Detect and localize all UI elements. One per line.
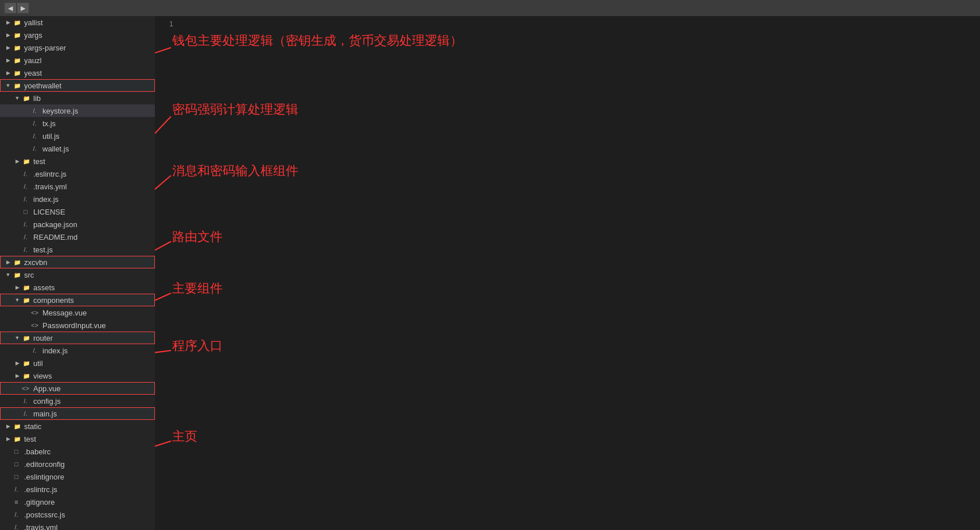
config-file-icon: /. [22,182,31,191]
sidebar-item-eslintrc-js-root[interactable]: ▶ /. .eslintrc.js [0,483,155,496]
sidebar-item-yauzl[interactable]: ▶ 📁 yauzl [0,54,155,67]
sidebar-item-label: lib [33,94,41,103]
arrow-icon: ▶ [14,372,21,379]
js-file-icon: /. [31,119,40,128]
sidebar-item-readme-md[interactable]: ▶ /. README.md [0,231,155,243]
sidebar-item-label: yoethwallet [24,81,61,90]
sidebar-item-yoethwallet[interactable]: ▼ 📁 yoethwallet [0,79,155,92]
sidebar-item-yargs-parser[interactable]: ▶ 📁 yargs-parser [0,41,155,54]
arrow-icon: ▶ [14,284,21,291]
svg-line-5 [155,293,171,343]
sidebar-item-label: yallist [24,18,43,27]
sidebar-item-license[interactable]: ▶ □ LICENSE [0,205,155,218]
sidebar-item-passwordinput-vue[interactable]: ▶ <> PasswordInput.vue [0,319,155,332]
svg-line-6 [155,350,171,365]
sidebar-item-eslintrc-js[interactable]: ▶ /. .eslintrc.js [0,167,155,180]
sidebar-item-index-js-yoeth[interactable]: ▶ /. index.js [0,193,155,205]
sidebar-item-yargs[interactable]: ▶ 📁 yargs [0,29,155,41]
folder-icon: 📁 [13,422,22,431]
sidebar-item-label: .editorconfig [24,460,65,469]
folder-icon: 📁 [22,295,31,305]
vue-file-icon: <> [31,308,40,317]
js-file-icon: /. [13,485,22,494]
sidebar-item-label: keystore.js [42,107,78,115]
file-icon: □ [13,459,22,469]
sidebar-item-gitignore[interactable]: ▶ ≡ .gitignore [0,496,155,508]
sidebar-item-lib[interactable]: ▼ 📁 lib [0,92,155,104]
js-file-icon: /. [31,106,40,115]
sidebar-item-label: yeast [24,69,42,77]
sidebar-item-router[interactable]: ▼ 📁 router [0,332,155,344]
js-file-icon: /. [22,169,31,178]
sidebar-item-label: .travis.yml [33,182,67,191]
sidebar-item-label: config.js [33,397,61,406]
sidebar-item-yeast[interactable]: ▶ 📁 yeast [0,67,155,79]
toolbar: ◀ ▶ [0,0,980,16]
back-button[interactable]: ◀ [5,3,16,13]
annotation-text-1: 钱包主要处理逻辑（密钥生成，货币交易处理逻辑） [172,32,462,49]
sidebar-item-babelrc[interactable]: ▶ □ .babelrc [0,445,155,458]
line-numbers: 1 [155,16,178,29]
sidebar-item-wallet-js[interactable]: ▶ /. wallet.js [0,142,155,155]
arrow-icon: ▼ [5,271,11,278]
sidebar-item-label: util.js [42,132,60,141]
sidebar-item-message-vue[interactable]: ▶ <> Message.vue [0,306,155,319]
annotation-text-5: 主要组件 [172,280,223,297]
sidebar-item-app-vue[interactable]: ▶ <> App.vue [0,382,155,395]
sidebar-item-label: assets [33,283,55,292]
sidebar-item-util[interactable]: ▶ 📁 util [0,357,155,369]
sidebar-item-label: router [33,334,53,342]
sidebar-item-src[interactable]: ▼ 📁 src [0,268,155,281]
sidebar-item-views[interactable]: ▶ 📁 views [0,369,155,382]
sidebar-item-components[interactable]: ▼ 📁 components [0,294,155,306]
arrow-icon: ▼ [5,82,11,89]
arrow-icon: ▶ [5,259,11,266]
folder-icon: 📁 [13,56,22,65]
sidebar-item-tx-js[interactable]: ▶ /. tx.js [0,117,155,130]
sidebar-item-label: .travis.yml [24,523,58,531]
sidebar-item-travis-yml-root[interactable]: ▶ /. .travis.yml [0,521,155,530]
sidebar-item-eslintignore[interactable]: ▶ □ .eslintignore [0,470,155,483]
sidebar-item-test-root[interactable]: ▶ 📁 test [0,432,155,445]
sidebar-item-travis-yml[interactable]: ▶ /. .travis.yml [0,180,155,193]
sidebar-item-router-index-js[interactable]: ▶ /. index.js [0,344,155,357]
sidebar-item-label: README.md [33,233,77,241]
sidebar-item-assets[interactable]: ▶ 📁 assets [0,281,155,294]
file-icon: □ [13,447,22,456]
js-file-icon: /. [31,131,40,141]
folder-icon: 📁 [13,270,22,279]
sidebar-item-keystore-js[interactable]: ▶ /. keystore.js [0,104,155,117]
forward-button[interactable]: ▶ [17,3,29,13]
sidebar-item-util-js[interactable]: ▶ /. util.js [0,130,155,142]
sidebar-item-postcssrc-js[interactable]: ▶ /. .postcssrc.js [0,508,155,521]
sidebar-item-static[interactable]: ▶ 📁 static [0,420,155,432]
sidebar-item-label: src [24,271,34,279]
sidebar-item-editorconfig[interactable]: ▶ □ .editorconfig [0,458,155,470]
sidebar-item-label: views [33,372,52,380]
config-file-icon: /. [13,523,22,530]
sidebar-item-main-js[interactable]: ▶ /. main.js [0,407,155,420]
sidebar-item-label: static [24,422,41,431]
folder-icon: 📁 [22,157,31,166]
folder-icon: 📁 [22,358,31,368]
sidebar-item-test-js[interactable]: ▶ /. test.js [0,243,155,256]
file-icon: □ [22,207,31,216]
sidebar-item-test-yoeth[interactable]: ▶ 📁 test [0,155,155,167]
arrow-icon: ▶ [5,423,11,430]
arrow-icon: ▼ [14,334,21,341]
sidebar-item-label: .eslintrc.js [33,170,67,178]
sidebar-item-label: .eslintignore [24,473,64,481]
js-file-icon: /. [31,144,40,153]
sidebar-item-zxcvbn[interactable]: ▶ 📁 zxcvbn [0,256,155,268]
js-file-icon: /. [22,245,31,254]
js-file-icon: /. [22,396,31,406]
folder-icon: 📁 [13,68,22,77]
sidebar-item-label: main.js [33,410,57,418]
sidebar-item-package-json[interactable]: ▶ /. package.json [0,218,155,231]
sidebar-item-config-js[interactable]: ▶ /. config.js [0,395,155,407]
sidebar-item-yallist[interactable]: ▶ 📁 yallist [0,16,155,29]
file-icon: □ [13,472,22,481]
md-file-icon: /. [22,232,31,241]
sidebar-item-label: wallet.js [42,145,69,153]
arrow-icon: ▶ [5,435,11,442]
